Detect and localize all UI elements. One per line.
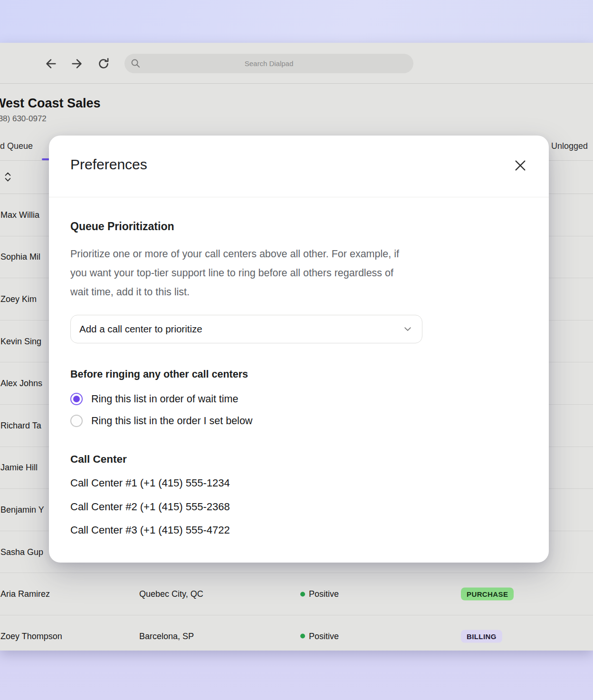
sentiment-cell: Positive — [300, 589, 339, 599]
page-title: West Coast Sales — [0, 96, 101, 111]
browser-toolbar — [0, 43, 593, 84]
chevron-down-icon — [403, 324, 412, 334]
modal-header-divider — [49, 197, 549, 197]
section-description: Prioritize one or more of your call cent… — [70, 244, 517, 301]
browser-search-bar[interactable] — [124, 54, 413, 73]
call-center-list-heading: Call Center — [70, 453, 127, 466]
close-icon[interactable] — [513, 158, 528, 173]
reload-icon[interactable] — [97, 57, 110, 70]
deal-tag: BILLING — [461, 630, 502, 642]
radio-option-order-set[interactable]: Ring this list in the order I set below — [70, 414, 252, 428]
call-center-item: Call Center #1 (+1 (415) 555-1234 — [70, 477, 230, 489]
contact-location: Quebec City, QC — [139, 589, 203, 599]
radio-selected-icon[interactable] — [70, 393, 83, 405]
call-center-item: Call Center #3 (+1 (415) 555-4722 — [70, 524, 230, 536]
contact-name: Aria Ramirez — [0, 589, 50, 599]
call-center-item: Call Center #2 (+1 (415) 555-2368 — [70, 501, 230, 513]
contact-name: Max Willia — [0, 210, 39, 220]
deal-tag: PURCHASE — [461, 588, 514, 601]
tab-queue[interactable]: d Queue — [0, 141, 33, 151]
sentiment-label: Positive — [309, 631, 339, 641]
contact-name: Jamie Hill — [0, 463, 38, 473]
preferences-modal: Preferences Queue Prioritization Priorit… — [49, 136, 549, 563]
contact-name: Kevin Sing — [0, 336, 41, 346]
contact-name: Alex Johns — [0, 379, 42, 389]
modal-title: Preferences — [70, 156, 147, 173]
description-line: you want your top-tier support line to r… — [70, 263, 517, 282]
radio-label: Ring this list in the order I set below — [91, 415, 252, 427]
back-icon[interactable] — [44, 57, 57, 70]
description-line: Prioritize one or more of your call cent… — [70, 244, 517, 263]
contact-name: Zoey Thompson — [0, 631, 62, 641]
radio-unselected-icon[interactable] — [70, 415, 83, 427]
radio-option-wait-time[interactable]: Ring this list in order of wait time — [70, 392, 238, 406]
search-icon — [130, 58, 141, 69]
description-line: wait time, add it to this list. — [70, 282, 517, 301]
table-row[interactable]: Aria Ramirez Quebec City, QC Positive PU… — [0, 573, 593, 615]
contact-name: Benjamin Y — [0, 505, 44, 515]
positive-dot-icon — [300, 592, 305, 596]
radio-label: Ring this list in order of wait time — [91, 393, 238, 405]
top-desktop-band — [0, 0, 593, 43]
search-input[interactable] — [143, 54, 394, 73]
contact-name: Sasha Gup — [0, 547, 43, 557]
contact-location: Barcelona, SP — [139, 631, 194, 641]
forward-icon[interactable] — [70, 57, 84, 70]
contact-name: Richard Ta — [0, 420, 41, 430]
sort-icon[interactable] — [4, 171, 12, 183]
sentiment-label: Positive — [309, 589, 339, 599]
sentiment-cell: Positive — [300, 631, 339, 641]
section-title: Queue Prioritization — [70, 220, 174, 233]
select-placeholder: Add a call center to prioritize — [79, 323, 202, 335]
page-phone-number: (38) 630-0972 — [0, 114, 47, 124]
ring-order-heading: Before ringing any other call centers — [70, 369, 248, 380]
table-row[interactable]: Zoey Thompson Barcelona, SP Positive BIL… — [0, 615, 593, 651]
tab-unlogged[interactable]: Unlogged — [551, 141, 593, 151]
positive-dot-icon — [300, 634, 305, 639]
contact-name: Sophia Mil — [0, 252, 40, 262]
contact-name: Zoey Kim — [0, 294, 37, 304]
call-center-select[interactable]: Add a call center to prioritize — [70, 315, 422, 343]
